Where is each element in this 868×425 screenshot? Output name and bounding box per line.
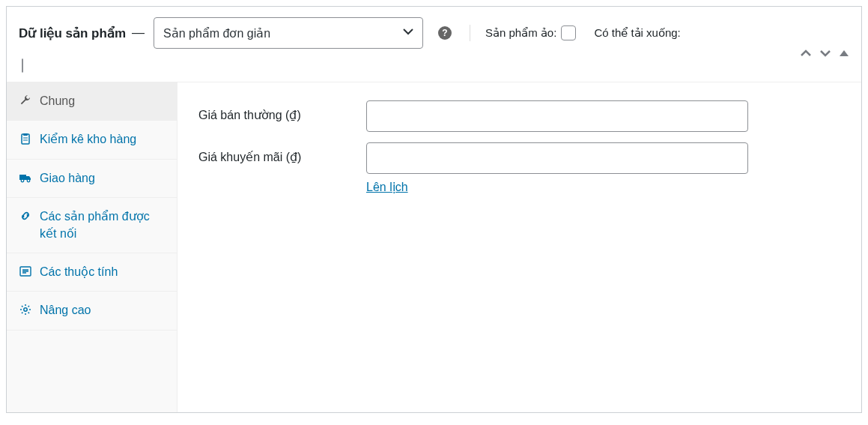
product-data-panel: Dữ liệu sản phẩm — Sản phẩm đơn giản ? S… bbox=[6, 6, 862, 413]
list-icon bbox=[19, 265, 32, 277]
sidebar: Chung Kiểm kê kho hàng Giao hàng Các sản… bbox=[7, 82, 177, 412]
product-type-select-wrapper: Sản phẩm đơn giản bbox=[154, 17, 423, 49]
svg-point-6 bbox=[24, 308, 27, 311]
clipboard-icon bbox=[19, 133, 32, 145]
sidebar-item-inventory[interactable]: Kiểm kê kho hàng bbox=[7, 121, 177, 159]
product-type-select[interactable]: Sản phẩm đơn giản bbox=[154, 17, 423, 49]
svg-point-3 bbox=[21, 179, 24, 182]
sidebar-item-shipping[interactable]: Giao hàng bbox=[7, 160, 177, 198]
truck-icon bbox=[19, 172, 32, 184]
sidebar-item-label: Nâng cao bbox=[40, 302, 165, 319]
sidebar-item-label: Giao hàng bbox=[40, 170, 165, 187]
link-icon bbox=[19, 210, 32, 222]
header-divider bbox=[470, 25, 470, 41]
chevron-down-icon[interactable] bbox=[818, 46, 833, 64]
schedule-link[interactable]: Lên lịch bbox=[366, 180, 408, 194]
sidebar-item-label: Kiểm kê kho hàng bbox=[40, 131, 165, 148]
svg-point-4 bbox=[27, 179, 30, 182]
sidebar-item-label: Chung bbox=[40, 93, 165, 109]
wrench-icon bbox=[19, 94, 32, 106]
sidebar-item-attributes[interactable]: Các thuộc tính bbox=[7, 253, 177, 292]
triangle-up-icon[interactable] bbox=[837, 46, 851, 63]
sidebar-item-advanced[interactable]: Nâng cao bbox=[7, 292, 177, 330]
help-icon[interactable]: ? bbox=[438, 26, 452, 40]
sale-price-row: Giá khuyến mãi (₫) Lên lịch bbox=[198, 142, 840, 194]
sale-price-label: Giá khuyến mãi (₫) bbox=[198, 142, 366, 164]
regular-price-label: Giá bán thường (₫) bbox=[198, 100, 366, 122]
regular-price-input[interactable] bbox=[366, 100, 748, 132]
panel-header: Dữ liệu sản phẩm — Sản phẩm đơn giản ? S… bbox=[7, 7, 861, 82]
sidebar-item-linked-products[interactable]: Các sản phẩm được kết nối bbox=[7, 198, 177, 253]
gear-icon bbox=[19, 304, 32, 316]
downloadable-checkbox-row bbox=[19, 59, 849, 73]
svg-rect-1 bbox=[23, 133, 28, 136]
virtual-product-label: Sản phẩm ảo: bbox=[485, 26, 556, 40]
sidebar-item-label: Các thuộc tính bbox=[40, 264, 165, 280]
panel-toggle-controls bbox=[798, 46, 851, 64]
downloadable-checkbox[interactable] bbox=[22, 58, 23, 73]
regular-price-row: Giá bán thường (₫) bbox=[198, 100, 840, 132]
panel-content: Giá bán thường (₫) Giá khuyến mãi (₫) Lê… bbox=[177, 82, 861, 412]
panel-body: Chung Kiểm kê kho hàng Giao hàng Các sản… bbox=[7, 82, 861, 412]
chevron-up-icon[interactable] bbox=[798, 46, 813, 64]
panel-title: Dữ liệu sản phẩm bbox=[19, 25, 126, 41]
virtual-product-checkbox[interactable] bbox=[561, 25, 576, 40]
sale-price-input[interactable] bbox=[366, 142, 748, 174]
sidebar-item-label: Các sản phẩm được kết nối bbox=[40, 208, 165, 242]
panel-dash: — bbox=[132, 25, 145, 40]
downloadable-label: Có thể tải xuống: bbox=[594, 26, 680, 40]
sidebar-item-general[interactable]: Chung bbox=[7, 82, 177, 121]
